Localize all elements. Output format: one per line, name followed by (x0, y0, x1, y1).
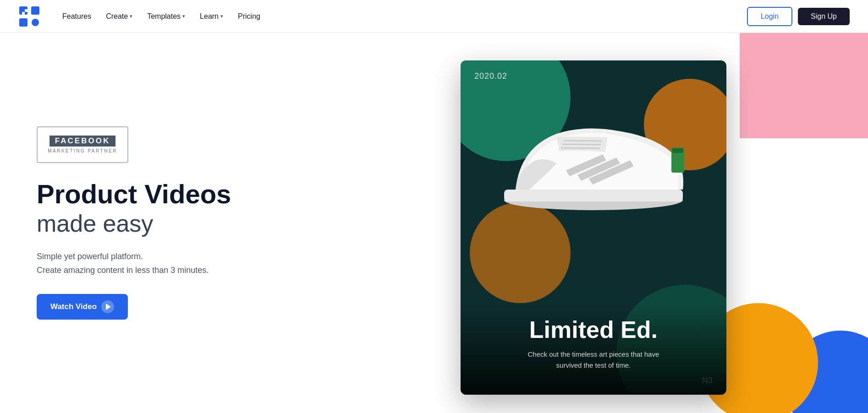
badge-title: FACEBOOK (49, 136, 115, 147)
card-title: Limited Ed. (477, 318, 710, 342)
nav-features[interactable]: Features (57, 9, 97, 24)
nav-create[interactable]: Create ▾ (100, 9, 138, 24)
product-card: 2020.02 (461, 60, 726, 395)
nav-pricing[interactable]: Pricing (232, 9, 266, 24)
hero-title-bold: Product Videos (37, 179, 424, 209)
logo-icon (18, 5, 40, 27)
hero-section: FACEBOOK MARKETING PARTNER Product Video… (0, 33, 868, 413)
svg-rect-7 (504, 190, 683, 201)
svg-rect-4 (25, 9, 27, 12)
nav-right: Login Sign Up (747, 7, 850, 26)
card-date: 2020.02 (474, 71, 507, 81)
hero-right: 2020.02 (451, 33, 868, 413)
shoe-image (493, 111, 694, 212)
svg-rect-2 (19, 18, 27, 27)
hero-description: Simple yet powerful platform. Create ama… (37, 250, 424, 277)
signup-button[interactable]: Sign Up (798, 8, 850, 25)
login-button[interactable]: Login (747, 7, 792, 26)
facebook-badge: FACEBOOK MARKETING PARTNER (37, 126, 128, 163)
templates-chevron-icon: ▾ (182, 13, 185, 19)
card-content: Limited Ed. Check out the timeless art p… (461, 304, 726, 395)
svg-rect-1 (31, 6, 39, 15)
watch-video-button[interactable]: Watch Video (37, 294, 128, 320)
svg-rect-5 (22, 12, 25, 15)
svg-line-10 (564, 141, 602, 141)
nav-links: Features Create ▾ Templates ▾ Learn ▾ Pr… (57, 9, 266, 24)
nav-templates[interactable]: Templates ▾ (142, 9, 191, 24)
svg-line-11 (562, 144, 601, 145)
hero-title-light: made easy (37, 211, 424, 237)
svg-rect-9 (672, 148, 683, 153)
svg-point-3 (32, 19, 39, 26)
card-description: Check out the timeless art pieces that h… (477, 349, 710, 371)
hero-left: FACEBOOK MARKETING PARTNER Product Video… (0, 33, 451, 413)
blob-orange-bottom (470, 202, 571, 303)
logo[interactable] (18, 5, 40, 27)
svg-line-12 (561, 148, 600, 148)
create-chevron-icon: ▾ (130, 13, 132, 19)
nav-learn[interactable]: Learn ▾ (194, 9, 229, 24)
badge-subtitle: MARKETING PARTNER (48, 148, 117, 153)
navbar: Features Create ▾ Templates ▾ Learn ▾ Pr… (0, 0, 868, 33)
play-icon (101, 300, 114, 313)
shoe-svg (493, 111, 694, 212)
learn-chevron-icon: ▾ (220, 13, 223, 19)
pink-shape (740, 33, 868, 138)
nav-left: Features Create ▾ Templates ▾ Learn ▾ Pr… (18, 5, 266, 27)
